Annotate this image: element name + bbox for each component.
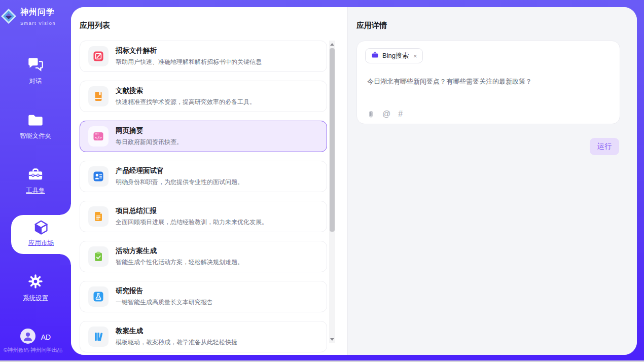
cube-icon [33,229,49,237]
gear-icon [28,282,43,291]
brand-name: 神州问学 [20,8,55,16]
sidebar-item-settings[interactable]: 系统设置 [0,274,71,303]
app-card-tender-parse[interactable]: 招标文件解析 帮助用户快速、准确地理解和解析招标书中的关键信息 [80,41,327,72]
sidebar-item-smart-folder[interactable]: 智能文件夹 [0,113,71,140]
app-desc: 智能生成个性化活动方案，轻松解决规划难题。 [116,258,243,267]
brand-logo: 神州问学 Smart Vision [0,7,71,27]
sidebar-item-app-market[interactable]: 应用市场 [11,215,71,254]
sidebar-item-chat[interactable]: 对话 [0,57,71,86]
hash-icon[interactable]: # [398,110,403,119]
app-name: 产品经理面试官 [116,166,243,175]
interviewer-icon [88,166,109,187]
briefcase-icon [371,51,379,61]
triangle-down-icon [330,338,334,341]
scrollbar-thumb[interactable] [330,48,335,232]
note-icon [88,206,109,227]
tool-chip-bing-search[interactable]: Bing搜索 × [365,48,423,63]
scroll-down-button[interactable] [329,336,335,343]
at-icon[interactable]: @ [382,110,390,119]
book-icon [88,86,109,106]
app-list: 招标文件解析 帮助用户快速、准确地理解和解析招标书中的关键信息 文献搜索 快速精… [80,41,327,355]
sidebar-item-label: 对话 [0,77,71,86]
app-card-project-summary[interactable]: 项目总结汇报 全面回顾项目进展，总结经验教训，助力未来优化发展。 [80,201,327,232]
query-textarea[interactable]: 今日湖北有哪些新闻要点？有哪些需要关注的最新政策？ [367,77,610,87]
app-list-panel: 应用列表 招标文件解析 帮助用户快速、准确地理解和解析招标书中的关键信息 [71,7,347,355]
sidebar-item-label: 智能文件夹 [0,132,71,140]
app-desc: 快速精准查找学术资源，提高研究效率的必备工具。 [116,98,256,106]
app-desc: 每日政府新闻资讯快查。 [116,138,183,147]
sidebar-item-label: 系统设置 [0,294,71,303]
clipboard-check-icon [88,246,109,267]
app-desc: 明确身份和职责，为您提供专业性的面试问题。 [116,178,243,187]
run-button[interactable]: 运行 [590,138,619,155]
app-card-research-report[interactable]: 研究报告 一键智能生成高质量长文本研究报告 [80,281,327,312]
app-detail-title: 应用详情 [356,21,387,30]
toolbox-icon [27,174,44,183]
prompt-card[interactable]: Bing搜索 × 今日湖北有哪些新闻要点？有哪些需要关注的最新政策？ @ # [356,41,620,124]
flask-icon [88,286,109,307]
app-card-pm-interviewer[interactable]: 产品经理面试官 明确身份和职责，为您提供专业性的面试问题。 [80,161,327,192]
chip-label: Bing搜索 [382,51,409,60]
app-list-title: 应用列表 [80,21,110,30]
app-name: 教案生成 [116,327,237,336]
edit-square-icon [88,46,109,66]
app-name: 项目总结汇报 [116,206,268,215]
bubble-notch-top [60,204,71,215]
user-name: AD [41,333,51,341]
sidebar-item-label: 工具集 [0,187,71,195]
app-desc: 全面回顾项目进展，总结经验教训，助力未来优化发展。 [116,218,268,227]
sidebar: 神州问学 Smart Vision 对话 智能文件夹 [0,0,71,362]
books-icon [88,327,109,347]
diamond-logo-icon [0,8,17,27]
svg-text:</>: </> [95,135,102,140]
avatar [20,329,35,346]
list-scrollbar[interactable] [329,41,335,343]
app-card-activity-plan[interactable]: 活动方案生成 智能生成个性化活动方案，轻松解决规划难题。 [80,241,327,272]
app-desc: 帮助用户快速、准确地理解和解析招标书中的关键信息 [116,58,262,66]
folder-icon [27,120,44,128]
close-icon[interactable]: × [413,53,417,59]
app-card-literature-search[interactable]: 文献搜索 快速精准查找学术资源，提高研究效率的必备工具。 [80,81,327,112]
input-toolbar: @ # [367,110,403,119]
sidebar-item-label: 应用市场 [11,239,71,247]
app-card-lesson-plan[interactable]: 教案生成 模板驱动，教案秒成，教学准备从此轻松快捷 [80,321,327,352]
scroll-up-button[interactable] [329,41,335,48]
app-desc: 一键智能生成高质量长文本研究报告 [116,298,213,307]
app-desc: 模板驱动，教案秒成，教学准备从此轻松快捷 [116,338,237,347]
webpage-code-icon: </> [88,126,109,147]
copyright-text: ©神州数码·神州问学出品 [4,347,62,354]
app-name: 文献搜索 [116,86,256,95]
sidebar-item-toolset[interactable]: 工具集 [0,167,71,195]
app-name: 网页摘要 [116,126,183,135]
chat-icon [27,65,44,74]
main-content: 应用列表 招标文件解析 帮助用户快速、准确地理解和解析招标书中的关键信息 [71,7,637,355]
user-profile[interactable]: AD [0,329,71,346]
triangle-up-icon [330,43,334,46]
app-card-web-summary[interactable]: </> 网页摘要 每日政府新闻资讯快查。 [80,121,327,152]
app-name: 活动方案生成 [116,246,243,256]
app-name: 研究报告 [116,286,213,296]
app-name: 招标文件解析 [116,46,262,55]
paperclip-icon[interactable] [367,110,375,119]
app-detail-panel: 应用详情 Bing搜索 × 今日湖北有哪些新闻要点？有哪些需要关注的最新政策？ [347,7,637,355]
brand-subtitle: Smart Vision [20,21,56,26]
bubble-notch-bottom [60,254,71,265]
